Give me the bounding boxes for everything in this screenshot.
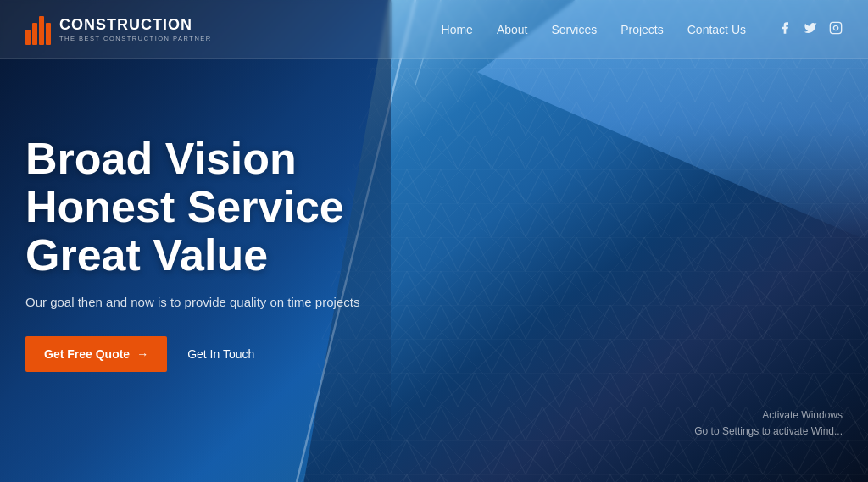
hero-title: Broad Vision Honest Service Great Value (25, 134, 359, 280)
instagram-icon[interactable] (829, 21, 843, 38)
nav-contact[interactable]: Contact Us (687, 23, 746, 36)
get-quote-button[interactable]: Get Free Quote → (25, 336, 167, 372)
get-in-touch-button[interactable]: Get In Touch (187, 347, 254, 361)
nav-about[interactable]: About (497, 23, 528, 36)
nav-services[interactable]: Services (551, 23, 597, 36)
activate-line2: Go to Settings to activate Wind... (694, 424, 843, 440)
twitter-icon[interactable] (804, 21, 817, 38)
hero-section: CONSTRUCTION THE BEST CONSTRUCTION PARTN… (0, 0, 868, 482)
logo-text: CONSTRUCTION THE BEST CONSTRUCTION PARTN… (59, 16, 212, 42)
hero-subtitle: Our goal then and now is to provide qual… (25, 293, 359, 313)
navbar: CONSTRUCTION THE BEST CONSTRUCTION PARTN… (0, 0, 868, 59)
logo-title: CONSTRUCTION (59, 16, 212, 34)
activate-line1: Activate Windows (694, 407, 843, 424)
nav-projects[interactable]: Projects (620, 23, 664, 36)
hero-title-line3: Great Value (25, 230, 268, 280)
facebook-icon[interactable] (778, 21, 792, 38)
logo: CONSTRUCTION THE BEST CONSTRUCTION PARTN… (25, 14, 212, 45)
logo-tagline: THE BEST CONSTRUCTION PARTNER (59, 35, 212, 42)
svg-rect-7 (830, 22, 841, 33)
nav-links: Home About Services Projects Contact Us (442, 21, 843, 38)
social-icons (778, 21, 843, 38)
nav-home[interactable]: Home (442, 23, 473, 36)
logo-icon (25, 14, 51, 45)
hero-title-line2: Honest Service (25, 182, 344, 231)
hero-title-line1: Broad Vision (25, 133, 297, 182)
hero-buttons: Get Free Quote → Get In Touch (25, 336, 359, 372)
activate-notice: Activate Windows Go to Settings to activ… (694, 407, 843, 440)
hero-content: Broad Vision Honest Service Great Value … (25, 134, 359, 371)
